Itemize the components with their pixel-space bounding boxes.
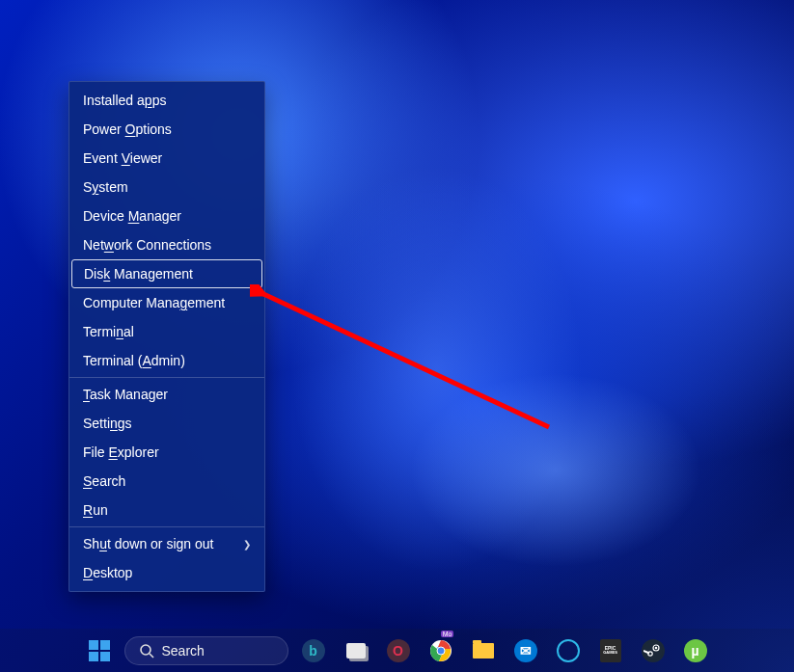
- menu-item-label: Search: [83, 473, 125, 489]
- svg-point-10: [643, 641, 663, 660]
- svg-point-12: [654, 646, 657, 649]
- menu-item-power-options[interactable]: Power Options: [69, 115, 264, 144]
- menu-item-label: Task Manager: [83, 387, 168, 402]
- menu-divider: [69, 526, 264, 527]
- menu-item-label: Shut down or sign out: [83, 536, 213, 551]
- svg-point-9: [437, 647, 445, 655]
- start-button[interactable]: [82, 633, 117, 668]
- menu-item-label: Event Viewer: [83, 150, 162, 166]
- menu-item-device-manager[interactable]: Device Manager: [69, 202, 264, 230]
- menu-item-terminal-admin[interactable]: Terminal (Admin): [69, 346, 264, 375]
- opera-icon[interactable]: O: [381, 637, 416, 664]
- menu-item-label: Power Options: [83, 121, 172, 137]
- menu-divider: [69, 377, 264, 378]
- chrome-icon[interactable]: Mo: [424, 637, 458, 664]
- menu-item-shut-down-or-sign-out[interactable]: Shut down or sign out❯: [69, 529, 264, 558]
- search-icon: [139, 643, 154, 659]
- epic-games-icon[interactable]: EPICGAMES: [593, 637, 628, 664]
- menu-item-computer-management[interactable]: Computer Management: [69, 288, 264, 317]
- svg-rect-4: [100, 652, 110, 661]
- menu-item-event-viewer[interactable]: Event Viewer: [69, 144, 264, 173]
- menu-item-label: Desktop: [83, 565, 132, 580]
- utorrent-icon[interactable]: µ: [678, 637, 713, 664]
- menu-item-task-manager[interactable]: Task Manager: [69, 380, 264, 409]
- menu-item-settings[interactable]: Settings: [69, 409, 264, 438]
- search-placeholder: Search: [162, 643, 205, 659]
- svg-rect-3: [89, 652, 98, 661]
- search-box[interactable]: Search: [124, 636, 288, 665]
- menu-item-label: File Explorer: [83, 444, 159, 460]
- menu-item-label: Settings: [83, 416, 132, 431]
- menu-item-label: System: [83, 179, 128, 195]
- svg-line-6: [150, 654, 153, 658]
- winx-context-menu: Installed appsPower OptionsEvent ViewerS…: [68, 81, 265, 592]
- menu-item-label: Network Connections: [83, 237, 211, 253]
- menu-item-label: Disk Management: [84, 266, 193, 282]
- menu-item-run[interactable]: Run: [69, 496, 264, 524]
- svg-rect-1: [89, 640, 98, 650]
- bing-icon[interactable]: b: [296, 637, 331, 664]
- menu-item-search[interactable]: Search: [69, 467, 264, 496]
- svg-point-5: [141, 645, 151, 655]
- menu-item-label: Installed apps: [83, 93, 166, 108]
- menu-item-disk-management[interactable]: Disk Management: [71, 259, 262, 288]
- chevron-right-icon: ❯: [243, 539, 251, 550]
- file-explorer-icon[interactable]: [466, 637, 501, 664]
- menu-item-label: Run: [83, 502, 108, 518]
- cortana-icon[interactable]: [551, 637, 586, 664]
- menu-item-label: Terminal: [83, 324, 134, 339]
- mail-icon[interactable]: ✉: [508, 637, 543, 664]
- menu-item-file-explorer[interactable]: File Explorer: [69, 438, 264, 467]
- menu-item-label: Device Manager: [83, 208, 181, 224]
- steam-icon[interactable]: [636, 637, 671, 664]
- taskbar: Search bOMo✉EPICGAMESµ: [0, 629, 794, 672]
- menu-item-desktop[interactable]: Desktop: [69, 558, 264, 587]
- menu-item-system[interactable]: System: [69, 173, 264, 202]
- menu-item-network-connections[interactable]: Network Connections: [69, 230, 264, 259]
- menu-item-terminal[interactable]: Terminal: [69, 317, 264, 346]
- menu-item-label: Terminal (Admin): [83, 353, 185, 368]
- svg-rect-2: [100, 640, 110, 650]
- menu-item-installed-apps[interactable]: Installed apps: [69, 86, 264, 115]
- task-view-icon[interactable]: [339, 637, 373, 664]
- menu-item-label: Computer Management: [83, 295, 225, 310]
